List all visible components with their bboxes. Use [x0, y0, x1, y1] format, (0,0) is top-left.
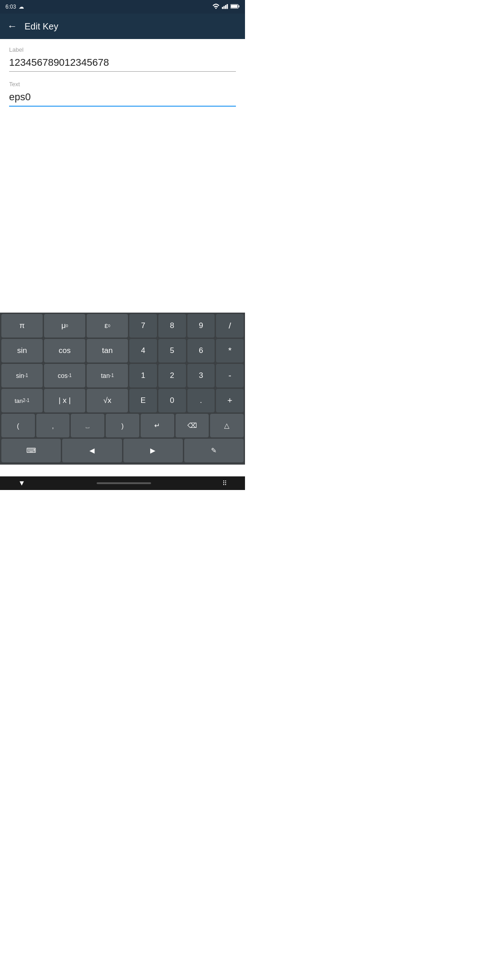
key-right[interactable]: ▶	[123, 439, 183, 462]
key-e[interactable]: E	[129, 389, 157, 412]
key-delta[interactable]: △	[210, 414, 244, 437]
key-lparen[interactable]: (	[1, 414, 35, 437]
cloud-icon: ☁	[19, 4, 24, 10]
key-4[interactable]: 4	[129, 339, 157, 363]
svg-rect-3	[227, 4, 228, 9]
key-minus[interactable]: -	[216, 364, 244, 387]
app-bar: ← Edit Key	[0, 14, 245, 39]
kb-row-5: ( , ⎵ ) ↵ ⌫ △	[0, 412, 245, 437]
nav-grid-button[interactable]: ⠿	[222, 480, 227, 487]
keyboard: π μ0 ε0 7 8 9 / sin cos tan 4 5 6 * sin-…	[0, 313, 245, 465]
key-left[interactable]: ◀	[62, 439, 122, 462]
key-arccos[interactable]: cos-1	[44, 364, 85, 387]
key-sqrt[interactable]: √x	[87, 389, 128, 412]
text-field-label: Text	[9, 81, 236, 88]
svg-rect-6	[231, 5, 237, 7]
kb-row-nav: ⌨ ◀ ▶ ✎	[0, 437, 245, 465]
key-1[interactable]: 1	[129, 364, 157, 387]
key-9[interactable]: 9	[187, 314, 215, 338]
kb-row-4: tan2-1 | x | √x E 0 . +	[0, 387, 245, 412]
key-comma[interactable]: ,	[36, 414, 70, 437]
svg-rect-0	[222, 7, 223, 9]
key-space[interactable]: ⎵	[71, 414, 104, 437]
label-field-value[interactable]: 123456789012345678	[9, 57, 236, 72]
page-title: Edit Key	[24, 21, 58, 32]
key-rparen[interactable]: )	[106, 414, 139, 437]
nav-home-bar[interactable]	[97, 482, 151, 484]
key-pi[interactable]: π	[1, 314, 43, 338]
key-keyboard[interactable]: ⌨	[1, 439, 61, 462]
battery-icon	[230, 4, 240, 10]
svg-rect-2	[225, 5, 226, 9]
key-0[interactable]: 0	[158, 389, 186, 412]
key-5[interactable]: 5	[158, 339, 186, 363]
key-8[interactable]: 8	[158, 314, 186, 338]
key-7[interactable]: 7	[129, 314, 157, 338]
key-mu0[interactable]: μ0	[44, 314, 85, 338]
key-dot[interactable]: .	[187, 389, 215, 412]
key-tan[interactable]: tan	[87, 339, 128, 363]
label-field-label: Label	[9, 46, 236, 53]
key-sin[interactable]: sin	[1, 339, 43, 363]
key-arctan[interactable]: tan-1	[87, 364, 128, 387]
kb-row-2: sin cos tan 4 5 6 *	[0, 338, 245, 363]
key-cos[interactable]: cos	[44, 339, 85, 363]
key-backspace[interactable]: ⌫	[176, 414, 209, 437]
status-time: 6:03	[5, 4, 16, 10]
nav-back-button[interactable]: ▼	[18, 479, 25, 487]
key-2[interactable]: 2	[158, 364, 186, 387]
kb-row-1: π μ0 ε0 7 8 9 /	[0, 313, 245, 338]
key-eps0[interactable]: ε0	[87, 314, 128, 338]
svg-rect-1	[224, 6, 225, 9]
form-content: Label 123456789012345678 Text eps0	[0, 39, 245, 107]
key-6[interactable]: 6	[187, 339, 215, 363]
key-enter[interactable]: ↵	[141, 414, 174, 437]
key-edit[interactable]: ✎	[184, 439, 244, 462]
key-arcsin[interactable]: sin-1	[1, 364, 43, 387]
system-nav-bar: ▼ ⠿	[0, 476, 245, 490]
key-atan2[interactable]: tan2-1	[1, 389, 43, 412]
key-divide[interactable]: /	[216, 314, 244, 338]
signal-icon	[222, 4, 228, 10]
text-field-value[interactable]: eps0	[9, 91, 236, 107]
kb-row-3: sin-1 cos-1 tan-1 1 2 3 -	[0, 363, 245, 387]
key-plus[interactable]: +	[216, 389, 244, 412]
back-button[interactable]: ←	[7, 20, 17, 32]
status-bar: 6:03 ☁	[0, 0, 245, 14]
key-multiply[interactable]: *	[216, 339, 244, 363]
wifi-icon	[212, 4, 220, 10]
svg-rect-5	[239, 5, 240, 7]
key-abs[interactable]: | x |	[44, 389, 85, 412]
key-3[interactable]: 3	[187, 364, 215, 387]
